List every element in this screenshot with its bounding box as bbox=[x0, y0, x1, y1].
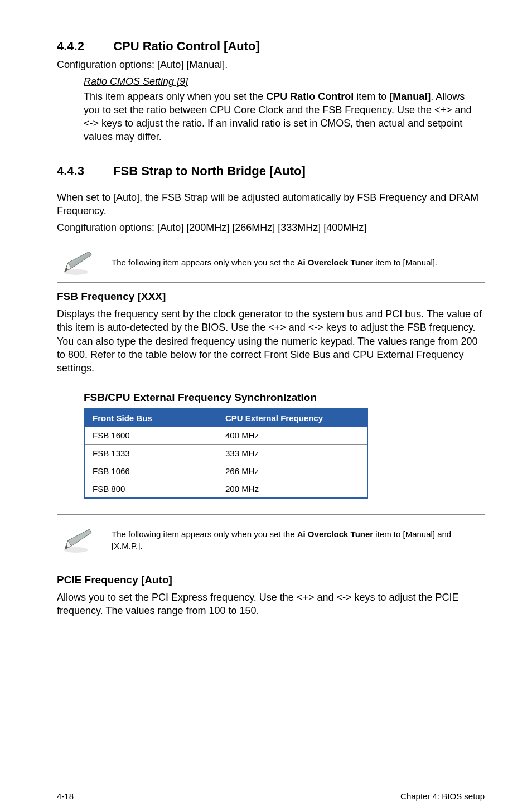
table-heading: FSB/CPU External Frequency Synchronizati… bbox=[84, 392, 485, 404]
table-cell: FSB 800 bbox=[84, 480, 217, 499]
fsb-strap-body1: When set to [Auto], the FSB Strap will b… bbox=[57, 191, 485, 218]
table-row: FSB 800 200 MHz bbox=[84, 480, 367, 499]
note-text: The following item appears only when you… bbox=[112, 257, 481, 268]
fsb-frequency-body: Displays the frequency sent by the clock… bbox=[57, 307, 485, 375]
section-number: 4.4.2 bbox=[57, 39, 110, 54]
chapter-title: Chapter 4: BIOS setup bbox=[400, 791, 485, 801]
ratio-cmos-heading: Ratio CMOS Setting [9] bbox=[84, 76, 188, 87]
fsb-frequency-heading: FSB Frequency [XXX] bbox=[57, 291, 485, 303]
note-text: The following item appears only when you… bbox=[112, 529, 481, 552]
fsb-strap-body2: Congifuration options: [Auto] [200MHz] [… bbox=[57, 221, 485, 234]
ratio-cmos-body: This item appears only when you set the … bbox=[84, 90, 479, 144]
section-title: FSB Strap to North Bridge [Auto] bbox=[113, 164, 306, 178]
table-cell: FSB 1600 bbox=[84, 427, 217, 445]
table-header-col2: CPU External Frequency bbox=[217, 409, 367, 427]
section-heading-cpu-ratio: 4.4.2 CPU Ratio Control [Auto] bbox=[57, 39, 485, 54]
section-title: CPU Ratio Control [Auto] bbox=[113, 39, 260, 53]
fsb-cpu-table: Front Side Bus CPU External Frequency FS… bbox=[84, 408, 368, 499]
table-cell: 333 MHz bbox=[217, 445, 367, 462]
table-row: FSB 1066 266 MHz bbox=[84, 462, 367, 480]
table-row: FSB 1333 333 MHz bbox=[84, 445, 367, 462]
table-cell: FSB 1066 bbox=[84, 462, 217, 480]
pcie-frequency-body: Allows you to set the PCI Express freque… bbox=[57, 591, 485, 618]
page-footer: 4-18 Chapter 4: BIOS setup bbox=[0, 644, 532, 803]
table-header-col1: Front Side Bus bbox=[84, 409, 217, 427]
pencil-icon bbox=[60, 527, 95, 554]
section-number: 4.4.3 bbox=[57, 164, 110, 178]
pencil-icon bbox=[60, 249, 95, 276]
pcie-frequency-heading: PCIE Frequency [Auto] bbox=[57, 574, 485, 586]
table-cell: 266 MHz bbox=[217, 462, 367, 480]
note-box: The following item appears only when you… bbox=[57, 514, 485, 566]
note-box: The following item appears only when you… bbox=[57, 243, 485, 283]
page-number: 4-18 bbox=[57, 791, 74, 801]
section-heading-fsb-strap: 4.4.3 FSB Strap to North Bridge [Auto] bbox=[57, 164, 485, 178]
table-cell: FSB 1333 bbox=[84, 445, 217, 462]
table-cell: 400 MHz bbox=[217, 427, 367, 445]
table-cell: 200 MHz bbox=[217, 480, 367, 499]
table-row: FSB 1600 400 MHz bbox=[84, 427, 367, 445]
table-header-row: Front Side Bus CPU External Frequency bbox=[84, 409, 367, 427]
config-options-text: Configuration options: [Auto] [Manual]. bbox=[57, 58, 485, 71]
